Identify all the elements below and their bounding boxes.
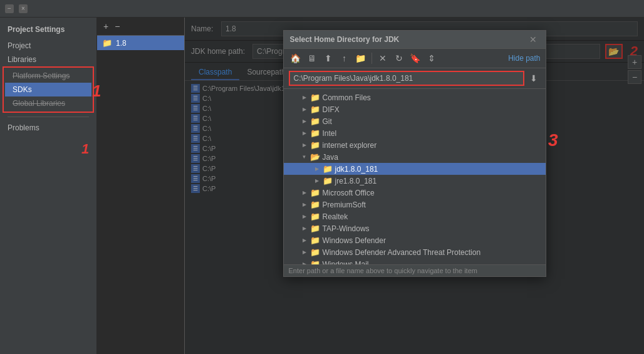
annotation-1: 1 (81, 141, 96, 157)
folder-icon: 📁 (310, 188, 320, 197)
tree-item-intel[interactable]: ▶ 📁 Intel (284, 127, 546, 139)
tree-label: Realtek (323, 212, 348, 221)
tree-item-internet-explorer[interactable]: ▶ 📁 internet explorer (284, 139, 546, 151)
download-button[interactable]: ⬇ (527, 71, 541, 85)
sidebar-divider (8, 117, 89, 117)
expand-arrow: ▶ (301, 118, 308, 125)
sidebar-title: Project Settings (0, 23, 96, 39)
folder-icon: 📁 (310, 236, 320, 245)
title-bar: − × (0, 0, 644, 18)
folder-icon: 📁 (310, 105, 320, 114)
folder-icon: 📁 (310, 259, 320, 264)
remove-sdk-button[interactable]: − (112, 20, 122, 33)
expand-arrow: ▶ (314, 166, 320, 172)
expand-arrow: ▶ (301, 237, 308, 244)
tree-item-windows-defender[interactable]: ▶ 📁 Windows Defender (284, 234, 546, 246)
folder-icon: 📁 (323, 176, 333, 185)
tree-item-jre[interactable]: ▶ 📁 jre1.8.0_181 (284, 175, 546, 187)
tree-item-windows-defender-atp[interactable]: ▶ 📁 Windows Defender Advanced Threat Pro… (284, 246, 546, 258)
file-tree[interactable]: ▶ 📁 Common Files ▶ 📁 DIFX (284, 89, 546, 264)
platform-settings-box: Platform Settings SDKs Global Libraries (3, 66, 94, 113)
tree-item-tap-windows[interactable]: ▶ 📁 TAP-Windows (284, 222, 546, 234)
expand-arrow: ▶ (301, 95, 308, 101)
folder-icon: 📁 (310, 117, 320, 126)
tree-label: Intel (323, 129, 337, 138)
tree-label: jdk1.8.0_181 (335, 165, 378, 174)
tree-item-realtek[interactable]: ▶ 📁 Realtek (284, 211, 546, 222)
up-button[interactable]: ⬆ (321, 51, 335, 65)
folder-icon: 📁 (310, 247, 320, 257)
bookmark-button[interactable]: 🔖 (408, 51, 422, 65)
toolbar-separator (371, 53, 372, 64)
home-button[interactable]: 🏠 (289, 51, 303, 65)
expand-arrow: ▼ (301, 154, 308, 160)
sdk-folder-icon: 📁 (102, 38, 112, 48)
expand-arrow: ▶ (301, 214, 308, 220)
tree-item-windows-mail[interactable]: ▶ 📁 Windows Mail (284, 258, 546, 264)
folder-icon: 📁 (310, 224, 320, 233)
tree-item-git[interactable]: ▶ 📁 Git (284, 115, 546, 127)
folder-icon: 📁 (310, 128, 320, 138)
tree-item-jdk[interactable]: ▶ 📁 jdk1.8.0_181 (284, 163, 546, 175)
modal-overlay: Select Home Directory for JDK ✕ 🏠 🖥 ⬆ ↑ … (185, 18, 644, 354)
expand-arrow: ▶ (301, 142, 308, 148)
tree-label: PremiumSoft (323, 200, 366, 209)
tree-item-difx[interactable]: ▶ 📁 DIFX (284, 103, 546, 115)
sidebar-item-problems[interactable]: Problems (0, 121, 96, 135)
dialog-path-row: ⬇ (284, 68, 546, 89)
close-button[interactable]: × (19, 4, 28, 13)
dialog-title-bar: Select Home Directory for JDK ✕ (284, 31, 546, 49)
tree-label: Git (323, 117, 332, 126)
content-area: + − 📁 1.8 Name: JDK home path: (97, 18, 644, 354)
expand-arrow: ▶ (301, 190, 308, 196)
dialog: Select Home Directory for JDK ✕ 🏠 🖥 ⬆ ↑ … (283, 30, 546, 277)
sdk-version-label: 1.8 (116, 39, 127, 48)
tree-item-java[interactable]: ▼ 📂 Java (284, 151, 546, 163)
tree-item-common-files[interactable]: ▶ 📁 Common Files (284, 91, 546, 103)
add-sdk-button[interactable]: + (101, 20, 111, 33)
sidebar: Project Settings Project Libraries Platf… (0, 18, 97, 354)
dialog-title: Select Home Directory for JDK (290, 35, 400, 44)
expand-arrow: ▶ (314, 178, 320, 184)
expand-arrow: ▶ (301, 130, 308, 137)
refresh-button[interactable]: ↻ (392, 51, 406, 65)
tree-label: Windows Defender Advanced Threat Protect… (323, 248, 481, 257)
tree-label: Common Files (323, 93, 371, 102)
sdk-version-item[interactable]: 📁 1.8 (97, 36, 184, 50)
desktop-button[interactable]: 🖥 (305, 51, 319, 65)
sidebar-item-libraries[interactable]: Libraries (0, 53, 96, 66)
hide-path-button[interactable]: Hide path (508, 54, 540, 63)
up-alt-button[interactable]: ↑ (338, 51, 351, 65)
sidebar-item-sdks[interactable]: SDKs (5, 83, 91, 96)
folder-icon: 📁 (310, 212, 320, 221)
expand-button[interactable]: ⇕ (425, 51, 439, 65)
tree-label: Java (323, 153, 338, 162)
sidebar-item-global-libraries[interactable]: Global Libraries (5, 96, 91, 110)
folder-icon: 📁 (323, 164, 333, 174)
tree-label: jre1.8.0_181 (335, 177, 377, 185)
tree-label: Microsoft Office (323, 189, 375, 197)
tree-label: DIFX (323, 105, 340, 114)
sidebar-item-platform-settings[interactable]: Platform Settings (5, 69, 91, 83)
tree-label: internet explorer (323, 141, 377, 150)
folder-icon: 📁 (310, 140, 320, 150)
folder-icon: 📁 (310, 93, 320, 102)
sidebar-item-project[interactable]: Project (0, 39, 96, 53)
dialog-close-button[interactable]: ✕ (527, 34, 539, 44)
tree-item-microsoft-office[interactable]: ▶ 📁 Microsoft Office (284, 187, 546, 199)
folder-icon: 📂 (310, 152, 320, 162)
tree-label: Windows Mail (323, 260, 369, 265)
tree-label: TAP-Windows (323, 224, 370, 233)
expand-arrow: ▶ (301, 226, 308, 232)
tree-item-premiumsoft[interactable]: ▶ 📁 PremiumSoft (284, 199, 546, 211)
folder-icon: 📁 (310, 200, 320, 209)
expand-arrow: ▶ (301, 249, 308, 256)
minimize-button[interactable]: − (5, 4, 14, 13)
dialog-path-input[interactable] (289, 71, 524, 86)
new-folder-button[interactable]: 📁 (354, 51, 368, 65)
main-layout: Project Settings Project Libraries Platf… (0, 18, 644, 354)
dialog-statusbar: Enter path or a file name above to quick… (284, 264, 546, 276)
delete-button[interactable]: ✕ (376, 51, 390, 65)
expand-arrow: ▶ (301, 202, 308, 208)
annotation-3: 3 (548, 130, 558, 150)
